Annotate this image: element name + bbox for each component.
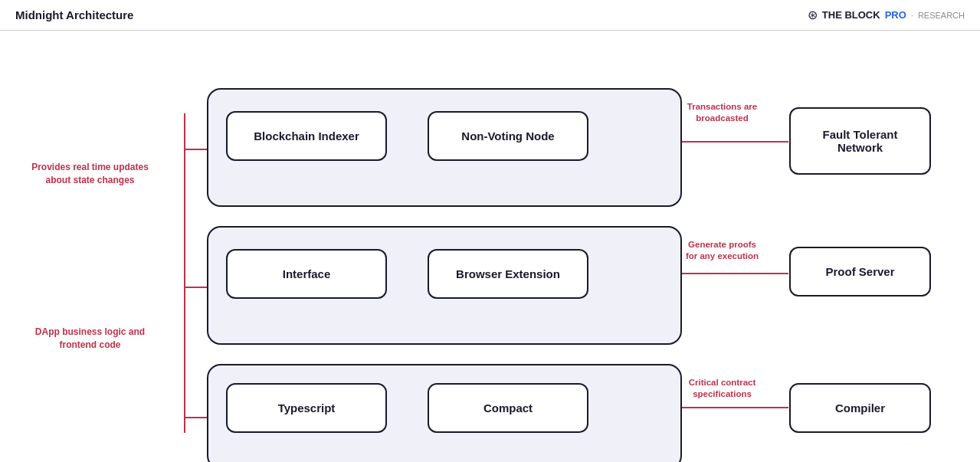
node-blockchain: Blockchain Indexer	[226, 111, 387, 161]
node-typescript: Typescript	[226, 383, 387, 433]
label-updates: Provides real time updatesabout state ch…	[23, 161, 157, 187]
brand-pro: PRO	[885, 9, 906, 21]
label-broadcast: Transactions arebroadcasted	[667, 101, 778, 124]
ext-compiler: Compiler	[789, 383, 931, 433]
ext-proof: Proof Server	[789, 247, 931, 297]
label-critical: Critical contractspecifications	[667, 377, 778, 400]
label-proofs: Generate proofsfor any execution	[667, 239, 778, 262]
brand-icon: ⊛	[808, 8, 818, 22]
node-compact: Compact	[428, 383, 588, 433]
diagram: Provides real time updatesabout state ch…	[0, 31, 980, 459]
node-browser: Browser Extension	[428, 249, 588, 299]
page-title: Midnight Architecture	[15, 8, 133, 21]
node-interface: Interface	[226, 249, 387, 299]
brand-name: THE BLOCK	[822, 9, 880, 21]
brand-research: RESEARCH	[918, 11, 965, 20]
label-dapp: DApp business logic andfrontend code	[23, 326, 157, 352]
ext-fault: Fault TolerantNetwork	[789, 107, 931, 175]
node-nonvoting: Non-Voting Node	[428, 111, 588, 161]
brand-separator: ·	[911, 11, 913, 20]
header: Midnight Architecture ⊛ THE BLOCK PRO · …	[0, 0, 980, 31]
brand: ⊛ THE BLOCK PRO · RESEARCH	[808, 8, 965, 22]
page: Midnight Architecture ⊛ THE BLOCK PRO · …	[0, 0, 980, 462]
